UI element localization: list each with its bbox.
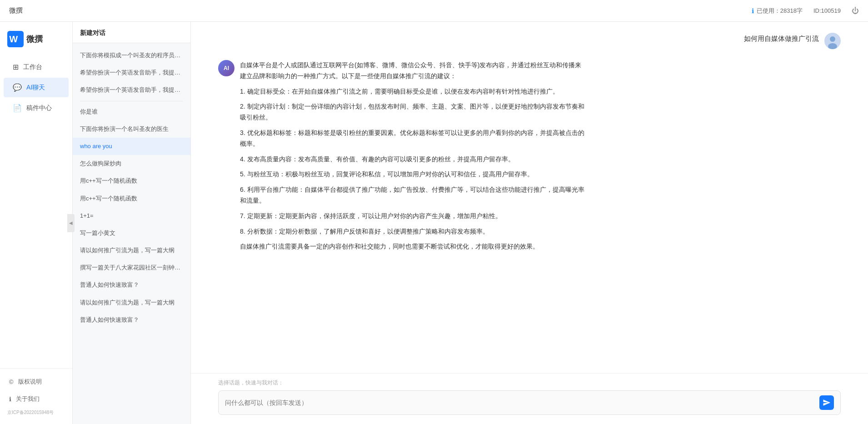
- workbench-icon: ⊞: [13, 63, 19, 71]
- main-layout: W 微撰 ⊞ 工作台 💬 AI聊天 📄 稿件中心 © 版权说明: [0, 22, 868, 424]
- user-message-text: 如何用自媒体做推广引流: [744, 33, 819, 45]
- drafts-icon: 📄: [13, 104, 22, 112]
- history-item[interactable]: 普通人如何快速致富？: [73, 311, 190, 329]
- input-box: [218, 390, 841, 415]
- user-id: ID:100519: [813, 7, 841, 14]
- ai-avatar: AI: [218, 60, 234, 76]
- sidebar-bottom: © 版权说明 ℹ 关于我们 京ICP备2022015948号: [0, 368, 72, 419]
- history-item[interactable]: 请以如何推广引流为题，写一篇大纲: [73, 294, 190, 311]
- sidebar-item-copyright[interactable]: © 版权说明: [0, 373, 72, 390]
- quick-topics-label: 选择话题，快速与我对话：: [218, 379, 841, 387]
- history-item[interactable]: 怎么做狗屎炒肉: [73, 155, 190, 172]
- topbar-usage: ℹ 已使用：28318字: [752, 7, 803, 15]
- copyright-icon: ©: [9, 379, 14, 385]
- history-item[interactable]: 请以如何推广引流为题，写一篇大纲: [73, 242, 190, 259]
- aichat-icon: 💬: [13, 83, 22, 92]
- aichat-label: AI聊天: [26, 84, 45, 92]
- ai-para-4: 4. 发布高质量内容：发布高质量、有价值、有趣的内容可以吸引更多的粉丝，并提高用…: [240, 154, 585, 165]
- sidebar-item-workbench[interactable]: ⊞ 工作台: [4, 57, 69, 77]
- sidebar-item-about[interactable]: ℹ 关于我们: [0, 390, 72, 408]
- ai-para-6: 6. 利用平台推广功能：自媒体平台都提供了推广功能，如广告投放、付费推广等，可以…: [240, 185, 585, 206]
- ai-message-body: 自媒体平台是个人或团队通过互联网平台(如博客、微博、微信公众号、抖音、快手等)发…: [240, 60, 585, 252]
- topbar-right: ℹ 已使用：28318字 ID:100519 ⏻: [752, 7, 859, 15]
- new-chat-button[interactable]: 新建对话: [80, 29, 105, 36]
- sidebar-item-drafts[interactable]: 📄 稿件中心: [4, 98, 69, 118]
- sidebar-item-aichat[interactable]: 💬 AI聊天: [4, 78, 69, 97]
- ai-para-2: 2. 制定内容计划：制定一份详细的内容计划，包括发布时间、频率、主题、文案、图片…: [240, 101, 585, 123]
- message-row-user: 如何用自媒体做推广引流: [218, 33, 841, 49]
- usage-icon: ℹ: [752, 7, 754, 15]
- about-icon: ℹ: [9, 396, 11, 403]
- history-divider: [80, 101, 183, 101]
- history-header: 新建对话: [73, 22, 190, 43]
- user-avatar: [824, 33, 841, 49]
- sidebar-nav: ⊞ 工作台 💬 AI聊天 📄 稿件中心: [0, 56, 72, 368]
- history-item[interactable]: 写一篇小黄文: [73, 224, 190, 242]
- history-item[interactable]: 1+1=: [73, 207, 190, 224]
- input-area: 选择话题，快速与我对话：: [191, 373, 868, 424]
- history-list: 下面你将模拟成一个叫圣友的程序员，我说... 希望你扮演一个英语发音助手，我提供…: [73, 43, 190, 424]
- drafts-label: 稿件中心: [26, 104, 52, 112]
- ai-message-text: 自媒体平台是个人或团队通过互联网平台(如博客、微博、微信公众号、抖音、快手等)发…: [240, 60, 585, 252]
- logo-icon: W: [7, 31, 24, 47]
- history-panel: 新建对话 下面你将模拟成一个叫圣友的程序员，我说... 希望你扮演一个英语发音助…: [73, 22, 191, 424]
- svg-text:W: W: [10, 34, 18, 44]
- ai-para-0: 自媒体平台是个人或团队通过互联网平台(如博客、微博、微信公众号、抖音、快手等)发…: [240, 60, 585, 82]
- icp-text: 京ICP备2022015948号: [0, 408, 72, 419]
- user-message-content: 如何用自媒体做推广引流: [744, 35, 819, 42]
- ai-para-5: 5. 与粉丝互动：积极与粉丝互动，回复评论和私信，可以增加用户对你的认可和信任，…: [240, 169, 585, 180]
- history-item[interactable]: 下面你将模拟成一个叫圣友的程序员，我说...: [73, 47, 190, 64]
- history-item[interactable]: 撰写一篇关于八大家花园社区一刻钟便民生...: [73, 259, 190, 276]
- sidebar: W 微撰 ⊞ 工作台 💬 AI聊天 📄 稿件中心 © 版权说明: [0, 22, 73, 424]
- send-icon: [823, 399, 831, 407]
- power-icon[interactable]: ⏻: [852, 7, 859, 15]
- sidebar-logo: W 微撰: [0, 31, 72, 56]
- message-row-ai: AI 自媒体平台是个人或团队通过互联网平台(如博客、微博、微信公众号、抖音、快手…: [218, 60, 841, 252]
- history-item[interactable]: 希望你扮演一个英语发音助手，我提供给你...: [73, 64, 190, 81]
- topbar-title: 微撰: [9, 6, 23, 15]
- ai-para-7: 7. 定期更新：定期更新内容，保持活跃度，可以让用户对你的内容产生兴趣，增加用户…: [240, 211, 585, 222]
- svg-point-3: [830, 36, 835, 42]
- history-item[interactable]: 希望你扮演一个英语发音助手，我提供给你...: [73, 81, 190, 99]
- sidebar-collapse-button[interactable]: ◀: [67, 214, 75, 232]
- history-item[interactable]: 下面你将扮演一个名叫圣友的医生: [73, 120, 190, 138]
- about-label: 关于我们: [16, 395, 40, 403]
- ai-para-1: 1. 确定目标受众：在开始自媒体推广引流之前，需要明确目标受众是谁，以便在发布内…: [240, 86, 585, 97]
- chat-messages: 如何用自媒体做推广引流 AI 自媒体平台是个人或团队通过互联网平台(如博客、微博…: [191, 22, 868, 373]
- send-button[interactable]: [819, 395, 834, 410]
- workbench-label: 工作台: [23, 63, 42, 71]
- usage-text: 已使用：28318字: [757, 7, 803, 15]
- ai-para-9: 自媒体推广引流需要具备一定的内容创作和社交能力，同时也需要不断尝试和优化，才能取…: [240, 241, 585, 252]
- logo-text: 微撰: [26, 34, 43, 45]
- ai-para-3: 3. 优化标题和标签：标题和标签是吸引粉丝的重要因素。优化标题和标签可以让更多的…: [240, 128, 585, 150]
- ai-para-8: 8. 分析数据：定期分析数据，了解用户反馈和喜好，以便调整推广策略和内容发布频率…: [240, 226, 585, 237]
- history-item[interactable]: 普通人如何快速致富？: [73, 276, 190, 294]
- history-item[interactable]: 用c++写一个随机函数: [73, 172, 190, 190]
- copyright-label: 版权说明: [18, 378, 42, 386]
- chat-input[interactable]: [225, 399, 819, 406]
- topbar: 微撰 ℹ 已使用：28318字 ID:100519 ⏻: [0, 0, 868, 22]
- chat-area: 如何用自媒体做推广引流 AI 自媒体平台是个人或团队通过互联网平台(如博客、微博…: [191, 22, 868, 424]
- history-item-active[interactable]: who are you: [73, 138, 190, 155]
- history-item[interactable]: 用c++写一个随机函数: [73, 190, 190, 207]
- history-item[interactable]: 你是谁: [73, 103, 190, 120]
